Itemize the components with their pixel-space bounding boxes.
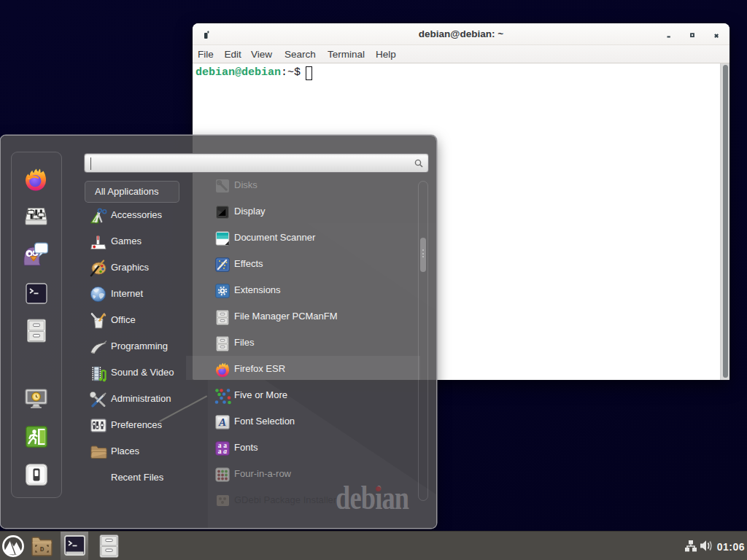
svg-text:a: a [223, 448, 227, 455]
svg-text:D: D [40, 545, 44, 553]
svg-text:a: a [218, 448, 222, 455]
svg-text:A: A [218, 416, 226, 428]
